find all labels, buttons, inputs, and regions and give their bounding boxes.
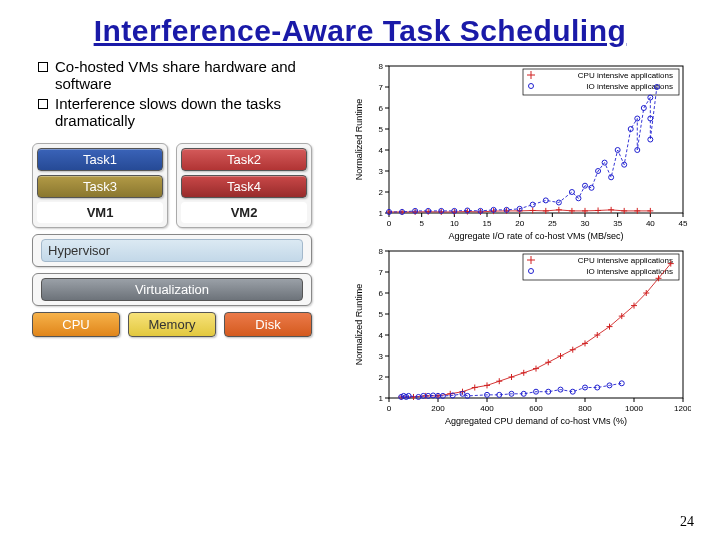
svg-text:30: 30 — [581, 219, 590, 228]
left-column: Co-hosted VMs share hardware and softwar… — [38, 58, 345, 428]
svg-text:7: 7 — [379, 83, 384, 92]
svg-text:3: 3 — [379, 352, 384, 361]
svg-text:200: 200 — [431, 404, 445, 413]
svg-text:IO intensive applications: IO intensive applications — [586, 267, 673, 276]
svg-text:5: 5 — [379, 125, 384, 134]
bullet-item: Interference slows down the tasks dramat… — [38, 95, 345, 130]
svg-text:3: 3 — [379, 167, 384, 176]
svg-text:6: 6 — [379, 104, 384, 113]
architecture-diagram: Task1 Task3 VM1 Task2 Task4 VM2 Hypervis… — [32, 143, 312, 337]
svg-text:45: 45 — [679, 219, 688, 228]
cpu-box: CPU — [32, 312, 120, 337]
hypervisor-label: Hypervisor — [41, 239, 303, 262]
svg-text:4: 4 — [379, 331, 384, 340]
disk-box: Disk — [224, 312, 312, 337]
svg-text:5: 5 — [379, 310, 384, 319]
svg-text:7: 7 — [379, 268, 384, 277]
chart-cpu-demand: 02004006008001000120012345678Aggregated … — [351, 243, 691, 428]
square-bullet-icon — [38, 62, 48, 72]
svg-text:10: 10 — [450, 219, 459, 228]
page-title: Interference-Aware Task Scheduling — [0, 0, 720, 54]
svg-text:1: 1 — [379, 394, 384, 403]
svg-text:Normalized Runtime: Normalized Runtime — [354, 99, 364, 181]
svg-text:6: 6 — [379, 289, 384, 298]
task-box: Task2 — [181, 148, 307, 171]
vm1-column: Task1 Task3 VM1 — [32, 143, 168, 228]
svg-text:25: 25 — [548, 219, 557, 228]
svg-text:8: 8 — [379, 247, 384, 256]
task-box: Task3 — [37, 175, 163, 198]
svg-text:4: 4 — [379, 146, 384, 155]
right-column: 05101520253035404512345678Aggregate I/O … — [351, 58, 690, 428]
svg-text:2: 2 — [379, 188, 384, 197]
vm-label: VM1 — [37, 202, 163, 223]
square-bullet-icon — [38, 99, 48, 109]
task-box: Task1 — [37, 148, 163, 171]
svg-text:40: 40 — [646, 219, 655, 228]
svg-text:CPU intensive applications: CPU intensive applications — [578, 71, 673, 80]
svg-text:35: 35 — [613, 219, 622, 228]
chart-io-rate: 05101520253035404512345678Aggregate I/O … — [351, 58, 691, 243]
svg-text:0: 0 — [387, 219, 392, 228]
svg-text:Normalized Runtime: Normalized Runtime — [354, 284, 364, 366]
svg-text:0: 0 — [387, 404, 392, 413]
virtualization-label: Virtualization — [41, 278, 303, 301]
page-number: 24 — [680, 514, 694, 530]
svg-text:400: 400 — [480, 404, 494, 413]
bullet-list: Co-hosted VMs share hardware and softwar… — [38, 58, 345, 129]
svg-text:5: 5 — [419, 219, 424, 228]
svg-text:IO intensive applications: IO intensive applications — [586, 82, 673, 91]
svg-text:1: 1 — [379, 209, 384, 218]
vm-label: VM2 — [181, 202, 307, 223]
hypervisor-layer: Hypervisor — [32, 234, 312, 267]
svg-text:2: 2 — [379, 373, 384, 382]
svg-text:1200: 1200 — [674, 404, 691, 413]
svg-text:1000: 1000 — [625, 404, 643, 413]
svg-text:CPU intensive applications: CPU intensive applications — [578, 256, 673, 265]
task-box: Task4 — [181, 175, 307, 198]
virtualization-layer: Virtualization — [32, 273, 312, 306]
svg-text:600: 600 — [529, 404, 543, 413]
svg-text:15: 15 — [483, 219, 492, 228]
memory-box: Memory — [128, 312, 216, 337]
bullet-text: Co-hosted VMs share hardware and softwar… — [55, 58, 345, 93]
vm2-column: Task2 Task4 VM2 — [176, 143, 312, 228]
bullet-item: Co-hosted VMs share hardware and softwar… — [38, 58, 345, 93]
svg-text:8: 8 — [379, 62, 384, 71]
svg-text:Aggregate I/O rate of co-host : Aggregate I/O rate of co-host VMs (MB/se… — [448, 231, 623, 241]
svg-text:Aggregated CPU demand of co-ho: Aggregated CPU demand of co-host VMs (%) — [445, 416, 627, 426]
content-area: Co-hosted VMs share hardware and softwar… — [0, 54, 720, 428]
svg-text:20: 20 — [515, 219, 524, 228]
bullet-text: Interference slows down the tasks dramat… — [55, 95, 345, 130]
hardware-row: CPU Memory Disk — [32, 312, 312, 337]
svg-text:800: 800 — [578, 404, 592, 413]
